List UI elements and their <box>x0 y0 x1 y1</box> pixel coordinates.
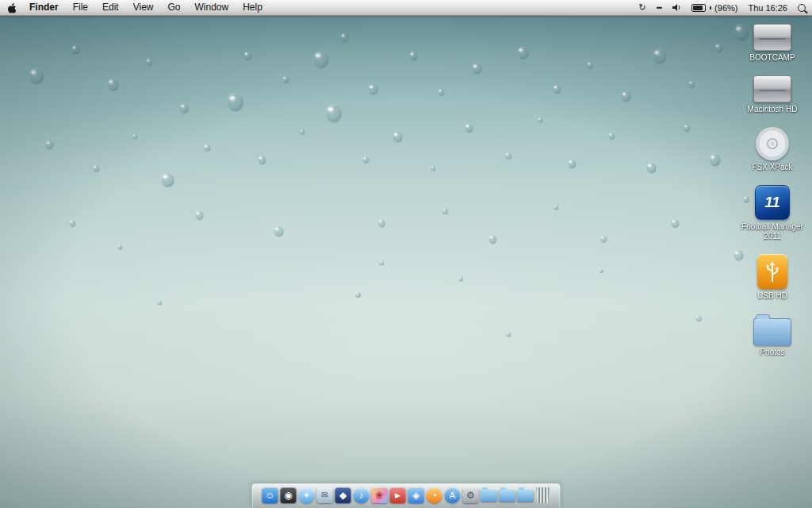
apple-logo-icon <box>8 2 17 13</box>
menu-window[interactable]: Window <box>188 0 236 15</box>
spotlight-icon[interactable] <box>798 4 806 12</box>
desktop-icon-bootcamp[interactable]: BOOTCAMP <box>736 24 809 63</box>
dock-item-app-2[interactable]: ▶ <box>390 487 406 503</box>
battery-percent: (96%) <box>714 3 737 13</box>
battery-icon <box>691 4 706 12</box>
dock-item-safari[interactable]: ✦ <box>299 487 315 503</box>
menu-edit[interactable]: Edit <box>95 0 126 15</box>
usb-trident-icon <box>764 260 781 283</box>
desktop-icon-column: BOOTCAMP Macintosh HD FSX XPack 11 Footb… <box>736 24 809 357</box>
desktop-icon-football-manager-2011[interactable]: 11 Football Manager 2011 <box>736 185 809 241</box>
desktop-icon-label: Football Manager 2011 <box>739 222 806 241</box>
dock-item-folder-applications[interactable] <box>481 490 497 502</box>
menu-file[interactable]: File <box>66 0 95 15</box>
dock-shelf: ☺ ◉ ✦ ✉ ◆ ♪ ❀ ▶ ◈ ◔ A ⚙ <box>252 483 561 508</box>
menu-help[interactable]: Help <box>236 0 270 15</box>
internal-drive-icon <box>753 75 791 102</box>
menu-bar-status: ↻ ••• (96%) Thu 16:26 <box>638 2 806 13</box>
desktop-icon-usb-hd[interactable]: USB HD <box>736 254 809 301</box>
fm-badge: 11 <box>764 194 780 211</box>
dock-item-finder[interactable]: ☺ <box>262 487 278 503</box>
time-machine-icon[interactable]: ↻ <box>638 2 645 13</box>
dock-item-firefox[interactable]: ◔ <box>427 487 442 503</box>
dock-item-iphoto[interactable]: ❀ <box>372 487 388 503</box>
dots-menu-icon[interactable]: ••• <box>657 4 661 12</box>
dock-item-itunes[interactable]: ♪ <box>354 487 370 503</box>
dock: ☺ ◉ ✦ ✉ ◆ ♪ ❀ ▶ ◈ ◔ A ⚙ <box>252 483 561 508</box>
dock-item-system-prefs[interactable]: ⚙ <box>463 487 479 503</box>
desktop-icon-label: Photos <box>760 348 784 357</box>
usb-drive-icon <box>757 254 787 289</box>
folder-icon <box>753 318 791 345</box>
dock-item-folder-documents[interactable] <box>500 490 515 502</box>
volume-icon[interactable] <box>672 3 681 12</box>
optical-disc-icon <box>756 127 789 160</box>
dock-item-trash[interactable] <box>536 487 550 503</box>
internal-drive-icon <box>753 24 791 51</box>
dock-item-dashboard[interactable]: ◉ <box>281 487 297 503</box>
desktop-icon-label: USB HD <box>757 291 787 301</box>
dock-item-app-1[interactable]: ◆ <box>335 487 351 503</box>
menu-bar-left: Finder File Edit View Go Window Help <box>6 0 270 15</box>
dock-item-app-store[interactable]: A <box>445 487 461 503</box>
menu-app-name[interactable]: Finder <box>22 0 66 15</box>
wallpaper-droplets <box>0 0 812 508</box>
desktop-icon-photos[interactable]: Photos <box>736 314 809 357</box>
desktop-icon-label: BOOTCAMP <box>749 53 795 63</box>
dock-item-app-3[interactable]: ◈ <box>408 487 424 503</box>
menu-go[interactable]: Go <box>161 0 188 15</box>
apple-menu[interactable] <box>6 2 22 13</box>
battery-menu[interactable]: (96%) <box>691 3 737 13</box>
menu-view[interactable]: View <box>126 0 161 15</box>
menu-bar-clock[interactable]: Thu 16:26 <box>748 3 787 13</box>
desktop-icon-label: FSX XPack <box>752 163 792 172</box>
dock-item-mail[interactable]: ✉ <box>317 487 333 503</box>
desktop-icon-macintosh-hd[interactable]: Macintosh HD <box>736 75 809 114</box>
desktop-icon-fsx-xpack[interactable]: FSX XPack <box>736 127 809 172</box>
desktop-icon-label: Macintosh HD <box>748 105 798 114</box>
dock-item-folder-downloads[interactable] <box>518 490 534 502</box>
menu-bar: Finder File Edit View Go Window Help ↻ •… <box>0 0 812 16</box>
football-manager-app-icon: 11 <box>755 185 790 220</box>
